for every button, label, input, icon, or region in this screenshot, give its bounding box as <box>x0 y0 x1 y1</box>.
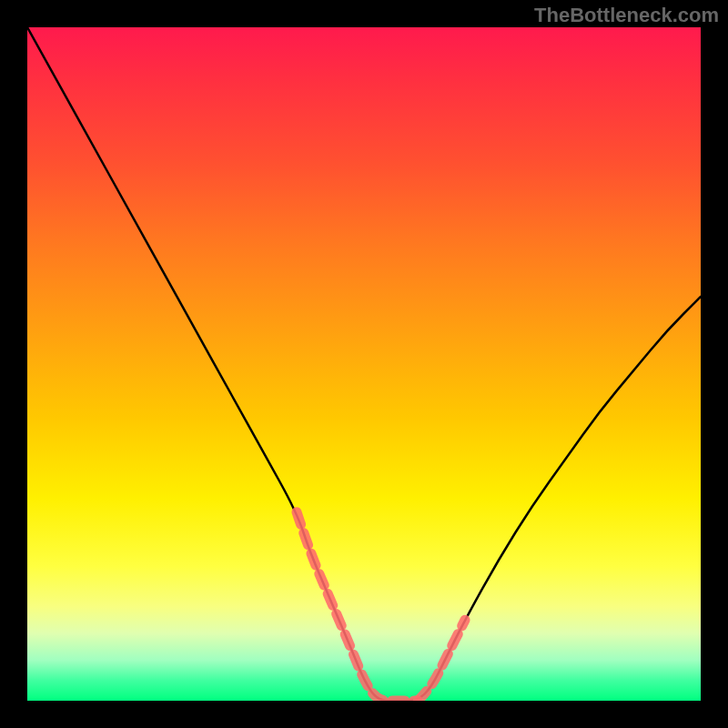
highlight-segment-left <box>297 512 418 701</box>
curve-svg <box>27 27 701 701</box>
plot-area <box>27 27 701 701</box>
watermark-text: TheBottleneck.com <box>534 4 719 27</box>
chart-container: TheBottleneck.com <box>0 0 728 728</box>
highlight-segment-right <box>418 620 465 701</box>
bottleneck-curve <box>27 27 701 701</box>
